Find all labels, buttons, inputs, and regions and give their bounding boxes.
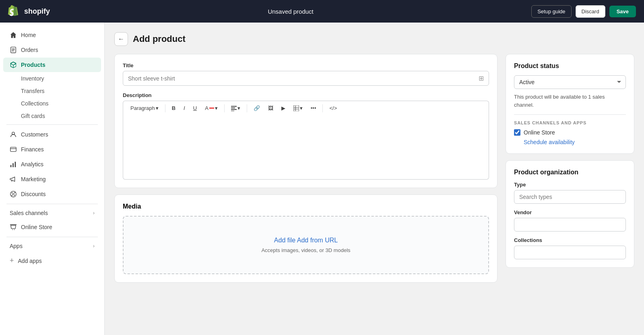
sidebar-finances-label: Finances (21, 146, 44, 153)
sidebar-item-discounts[interactable]: Discounts (3, 187, 101, 201)
vendor-input[interactable] (519, 221, 621, 228)
sidebar-item-gift-cards[interactable]: Gift cards (3, 110, 101, 122)
sales-channels-section-label: SALES CHANNELS AND APPS (514, 120, 626, 125)
page-tab-title: Unsaved product (268, 8, 313, 15)
type-input-wrapper[interactable] (514, 190, 626, 204)
chevron-right-icon-2: › (93, 243, 95, 249)
discounts-icon (10, 190, 17, 198)
toolbar-sep-3 (247, 104, 247, 112)
page-header: ← Add product (114, 32, 634, 46)
page-title: Add product (133, 34, 186, 44)
sidebar-item-marketing[interactable]: Marketing (3, 172, 101, 186)
text-color-button[interactable]: A ▾ (202, 103, 221, 113)
media-drop-actions: Add file Add from URL (132, 237, 480, 244)
sidebar: Home Orders Products Inventory Transfers… (0, 23, 105, 335)
vendor-input-wrapper[interactable] (514, 218, 626, 232)
svg-point-15 (14, 229, 15, 230)
align-button[interactable]: ▾ (228, 103, 244, 113)
sidebar-item-add-apps[interactable]: + Add apps (3, 253, 101, 269)
content-layout: Title ⊞ Description Paragraph ▾ B (114, 54, 634, 283)
schedule-availability-link[interactable]: Schedule availability (514, 139, 626, 145)
sidebar-divider-2 (6, 204, 98, 204)
setup-guide-button[interactable]: Setup guide (531, 5, 571, 18)
sidebar-item-inventory[interactable]: Inventory (3, 72, 101, 85)
sidebar-sales-channels[interactable]: Sales channels › (3, 207, 101, 219)
media-hint: Accepts images, videos, or 3D models (132, 247, 480, 253)
code-button[interactable]: </> (326, 103, 340, 113)
description-body[interactable] (123, 115, 489, 180)
link-button[interactable]: 🔗 (250, 103, 263, 113)
add-file-link[interactable]: Add file (274, 237, 295, 244)
sidebar-item-customers[interactable]: Customers (3, 127, 101, 142)
sidebar-home-label: Home (21, 32, 36, 38)
underline-button[interactable]: U (190, 103, 200, 113)
sidebar-item-products[interactable]: Products (3, 58, 101, 72)
status-select[interactable]: Active Draft (514, 75, 626, 89)
image-button[interactable]: 🖼 (265, 103, 277, 113)
video-button[interactable]: ▶ (278, 103, 289, 113)
add-icon: + (10, 256, 14, 265)
title-input[interactable] (128, 75, 479, 82)
sidebar-item-finances[interactable]: Finances (3, 142, 101, 157)
collections-label: Collections (514, 237, 626, 243)
back-button[interactable]: ← (114, 32, 128, 46)
sidebar-online-store-label: Online Store (21, 224, 52, 230)
type-input[interactable] (519, 194, 621, 200)
analytics-icon (10, 161, 17, 168)
main-content: ← Add product Title ⊞ Description (105, 23, 644, 335)
paragraph-dropdown[interactable]: Paragraph ▾ (127, 103, 162, 113)
collections-input-wrapper[interactable] (514, 246, 626, 259)
topbar: shopify Unsaved product Setup guide Disc… (0, 0, 644, 23)
italic-button[interactable]: I (180, 103, 188, 113)
svg-rect-7 (10, 165, 12, 167)
color-bar (209, 108, 214, 109)
sidebar-item-home[interactable]: Home (3, 28, 101, 42)
topbar-actions: Setup guide Discard Save (531, 5, 636, 18)
text-color-icon: A (205, 105, 208, 111)
add-from-url-link[interactable]: Add from URL (297, 237, 338, 244)
type-label: Type (514, 182, 626, 188)
online-store-checkbox[interactable] (514, 129, 520, 136)
media-label: Media (123, 203, 489, 210)
sidebar-item-transfers[interactable]: Transfers (3, 85, 101, 97)
apps-label: Apps (10, 243, 23, 249)
product-status-title: Product status (514, 62, 626, 70)
online-store-icon (10, 223, 17, 231)
sales-channels-label: Sales channels (10, 210, 48, 216)
sidebar-customers-label: Customers (21, 131, 48, 138)
toolbar-sep-1 (165, 104, 165, 112)
table-button[interactable]: ▾ (290, 103, 306, 113)
finances-icon (10, 146, 17, 153)
sidebar-discounts-label: Discounts (21, 191, 45, 197)
add-apps-label: Add apps (18, 258, 42, 264)
home-icon (10, 31, 17, 39)
sidebar-item-analytics[interactable]: Analytics (3, 157, 101, 172)
collections-input[interactable] (519, 249, 621, 256)
online-store-checkbox-label[interactable]: Online Store (524, 129, 555, 136)
sidebar-item-online-store[interactable]: Online Store (3, 220, 101, 234)
bold-button[interactable]: B (169, 103, 179, 113)
marketing-icon (10, 176, 17, 183)
content-main: Title ⊞ Description Paragraph ▾ B (114, 54, 497, 283)
app-body: Home Orders Products Inventory Transfers… (0, 23, 644, 335)
title-input-wrapper[interactable]: ⊞ (123, 71, 489, 86)
status-note: This product will be available to 1 sale… (514, 93, 626, 109)
svg-rect-17 (231, 108, 235, 108)
section-divider-1 (514, 114, 626, 115)
sidebar-item-orders[interactable]: Orders (3, 43, 101, 57)
sidebar-item-collections[interactable]: Collections (3, 97, 101, 110)
save-button[interactable]: Save (609, 6, 636, 17)
content-sidebar-panel: Product status Active Draft This product… (506, 54, 634, 283)
discard-button[interactable]: Discard (576, 5, 605, 18)
toolbar-sep-4 (322, 104, 323, 112)
media-drop-zone[interactable]: Add file Add from URL Accepts images, vi… (123, 216, 489, 274)
sidebar-apps-header[interactable]: Apps › (3, 240, 101, 252)
sidebar-divider-3 (6, 237, 98, 237)
description-toolbar: Paragraph ▾ B I U A ▾ (123, 101, 489, 115)
svg-point-10 (12, 192, 13, 194)
svg-rect-8 (12, 163, 14, 167)
svg-point-11 (14, 194, 15, 196)
media-card: Media Add file Add from URL Accepts imag… (114, 194, 497, 283)
logo: shopify (8, 5, 50, 18)
more-button[interactable]: ••• (308, 103, 320, 113)
